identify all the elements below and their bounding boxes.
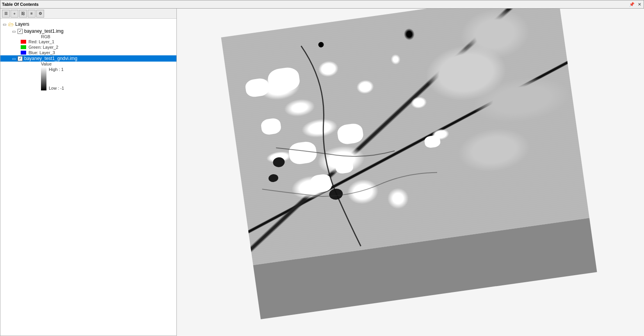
layer1-band-blue: Blue: Layer_3 — [21, 50, 176, 55]
folder-icon: 🗁 — [8, 21, 14, 27]
layer1-red-label: Red: Layer_1 — [28, 39, 54, 44]
gradient-high-label: High : 1 — [49, 67, 64, 72]
layer2-item[interactable]: ▭ bayaney_test1_gndvi.img — [0, 55, 176, 62]
satellite-image-container — [221, 9, 597, 319]
layer2-checkbox[interactable] — [18, 56, 23, 61]
layer1-band-red: Red: Layer_1 — [21, 39, 176, 44]
close-button[interactable]: ✕ — [637, 2, 642, 7]
title-bar-title: Table Of Contents — [2, 2, 39, 7]
gradient-container: High : 1 Low : -1 — [21, 66, 176, 90]
toc-panel: ☰ ＋ ⛓ ≡ ⚙ ▭ 🗁 Layers ▭ bayaney_test1.img… — [0, 9, 177, 336]
toc-content: ▭ 🗁 Layers ▭ bayaney_test1.img RGB Red: … — [0, 19, 176, 336]
green-swatch — [21, 45, 26, 49]
main-layout: ☰ ＋ ⛓ ≡ ⚙ ▭ 🗁 Layers ▭ bayaney_test1.img… — [0, 9, 644, 336]
pin-button[interactable]: 📌 — [628, 2, 635, 7]
layer1-checkbox[interactable] — [18, 29, 23, 34]
add-data-button[interactable]: ＋ — [11, 10, 18, 18]
layer1-legend-title: RGB — [21, 34, 176, 39]
collapse-layer1-icon[interactable]: ▭ — [11, 29, 16, 34]
map-area[interactable] — [177, 9, 644, 336]
properties-button[interactable]: ⚙ — [36, 10, 44, 18]
layers-group-header[interactable]: ▭ 🗁 Layers — [0, 20, 176, 28]
layer1-blue-label: Blue: Layer_3 — [28, 50, 55, 55]
layers-group-label: Layers — [15, 21, 29, 27]
layer1-band-green: Green: Layer_2 — [21, 44, 176, 50]
blue-swatch — [21, 51, 26, 55]
gradient-low-label: Low : -1 — [49, 86, 64, 90]
collapse-layers-icon[interactable]: ▭ — [2, 22, 7, 27]
layer-options-button[interactable]: ≡ — [28, 10, 36, 18]
title-bar: Table Of Contents 📌 ✕ — [0, 0, 644, 9]
satellite-image — [221, 9, 597, 319]
layer2-legend: Value High : 1 Low : -1 — [0, 62, 176, 90]
layer1-item[interactable]: ▭ bayaney_test1.img — [0, 28, 176, 34]
layer2-legend-title: Value — [21, 62, 176, 66]
link-layers-button[interactable]: ⛓ — [19, 10, 27, 18]
gradient-swatch — [41, 67, 46, 90]
toc-toolbar: ☰ ＋ ⛓ ≡ ⚙ — [0, 9, 176, 19]
red-swatch — [21, 40, 26, 44]
layer2-name: bayaney_test1_gndvi.img — [24, 56, 77, 61]
layer1-name: bayaney_test1.img — [24, 28, 64, 34]
map-canvas — [177, 9, 644, 336]
list-view-button[interactable]: ☰ — [2, 10, 10, 18]
gradient-labels: High : 1 Low : -1 — [49, 67, 64, 90]
layer1-legend: RGB Red: Layer_1 Green: Layer_2 Blue: La… — [0, 34, 176, 55]
layer1-green-label: Green: Layer_2 — [28, 45, 58, 50]
collapse-layer2-icon[interactable]: ▭ — [11, 57, 16, 61]
title-bar-controls: 📌 ✕ — [628, 2, 642, 7]
